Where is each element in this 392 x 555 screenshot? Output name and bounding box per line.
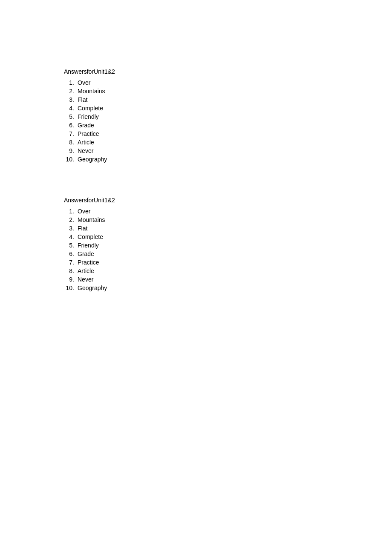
list-number: 4. bbox=[64, 233, 78, 240]
list-text: Mountains bbox=[78, 88, 105, 95]
list-number: 9. bbox=[64, 147, 78, 154]
list-number: 1. bbox=[64, 208, 78, 215]
list-item: 5.Friendly bbox=[64, 113, 392, 120]
list-item: 3.Flat bbox=[64, 96, 392, 103]
list-item: 3.Flat bbox=[64, 225, 392, 232]
list-text: Grade bbox=[78, 250, 94, 257]
list-text: Grade bbox=[78, 122, 94, 129]
list-item: 1.Over bbox=[64, 208, 392, 215]
list-number: 10. bbox=[64, 285, 78, 291]
list-number: 6. bbox=[64, 250, 78, 257]
list-text: Practice bbox=[78, 130, 99, 137]
list-number: 8. bbox=[64, 139, 78, 146]
list-number: 7. bbox=[64, 130, 78, 137]
answer-list-1: 1.Over2.Mountains3.Flat4.Complete5.Frien… bbox=[64, 79, 392, 163]
list-item: 2.Mountains bbox=[64, 88, 392, 95]
section-title-1: AnswersforUnit1&2 bbox=[64, 68, 392, 75]
list-text: Geography bbox=[78, 285, 107, 291]
list-number: 2. bbox=[64, 88, 78, 95]
list-text: Mountains bbox=[78, 216, 105, 223]
section-title-2: AnswersforUnit1&2 bbox=[64, 197, 392, 204]
list-text: Flat bbox=[78, 96, 87, 103]
list-number: 7. bbox=[64, 259, 78, 266]
list-text: Flat bbox=[78, 225, 87, 232]
list-text: Complete bbox=[78, 105, 103, 112]
list-number: 5. bbox=[64, 113, 78, 120]
list-number: 5. bbox=[64, 242, 78, 249]
list-number: 10. bbox=[64, 156, 78, 163]
list-text: Article bbox=[78, 139, 94, 146]
answer-list-2: 1.Over2.Mountains3.Flat4.Complete5.Frien… bbox=[64, 208, 392, 291]
list-item: 9.Never bbox=[64, 147, 392, 154]
list-text: Practice bbox=[78, 259, 99, 266]
list-text: Never bbox=[78, 276, 93, 283]
list-item: 8.Article bbox=[64, 267, 392, 274]
list-item: 8.Article bbox=[64, 139, 392, 146]
list-text: Over bbox=[78, 79, 90, 86]
list-number: 1. bbox=[64, 79, 78, 86]
list-item: 2.Mountains bbox=[64, 216, 392, 223]
list-text: Friendly bbox=[78, 242, 99, 249]
list-number: 6. bbox=[64, 122, 78, 129]
list-text: Never bbox=[78, 147, 93, 154]
list-item: 7.Practice bbox=[64, 130, 392, 137]
list-item: 7.Practice bbox=[64, 259, 392, 266]
list-number: 9. bbox=[64, 276, 78, 283]
list-item: 6.Grade bbox=[64, 122, 392, 129]
list-item: 1.Over bbox=[64, 79, 392, 86]
list-item: 10.Geography bbox=[64, 285, 392, 291]
list-item: 4.Complete bbox=[64, 233, 392, 240]
answer-section-1: AnswersforUnit1&21.Over2.Mountains3.Flat… bbox=[64, 68, 392, 163]
list-item: 4.Complete bbox=[64, 105, 392, 112]
list-item: 9.Never bbox=[64, 276, 392, 283]
list-text: Article bbox=[78, 267, 94, 274]
list-text: Geography bbox=[78, 156, 107, 163]
list-number: 4. bbox=[64, 105, 78, 112]
list-text: Complete bbox=[78, 233, 103, 240]
list-item: 6.Grade bbox=[64, 250, 392, 257]
list-item: 10.Geography bbox=[64, 156, 392, 163]
list-number: 8. bbox=[64, 267, 78, 274]
answer-section-2: AnswersforUnit1&21.Over2.Mountains3.Flat… bbox=[64, 197, 392, 291]
list-number: 3. bbox=[64, 225, 78, 232]
list-number: 2. bbox=[64, 216, 78, 223]
list-number: 3. bbox=[64, 96, 78, 103]
list-text: Friendly bbox=[78, 113, 99, 120]
list-text: Over bbox=[78, 208, 90, 215]
page-container: AnswersforUnit1&21.Over2.Mountains3.Flat… bbox=[0, 0, 392, 291]
list-item: 5.Friendly bbox=[64, 242, 392, 249]
